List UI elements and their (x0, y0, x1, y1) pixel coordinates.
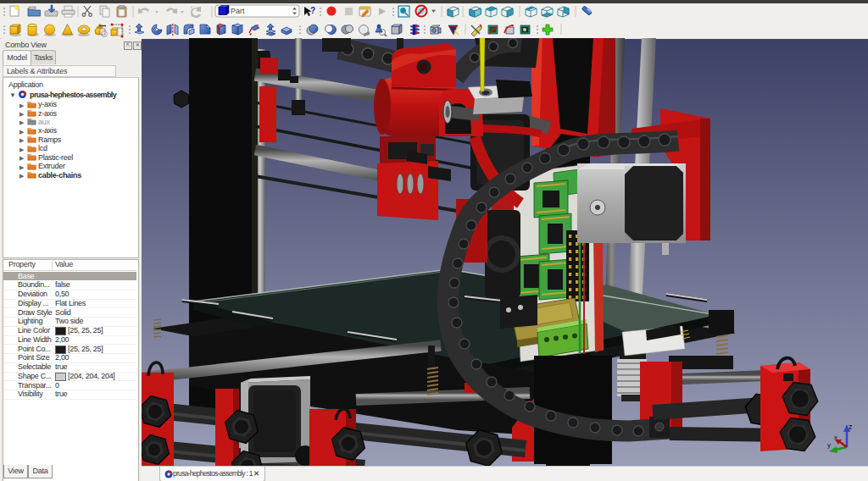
svg-text:?: ? (310, 6, 315, 15)
svg-text:y: y (827, 441, 831, 449)
svg-text:Part: Part (231, 7, 245, 15)
svg-text:z: z (849, 423, 853, 431)
svg-text:x: x (834, 434, 837, 441)
